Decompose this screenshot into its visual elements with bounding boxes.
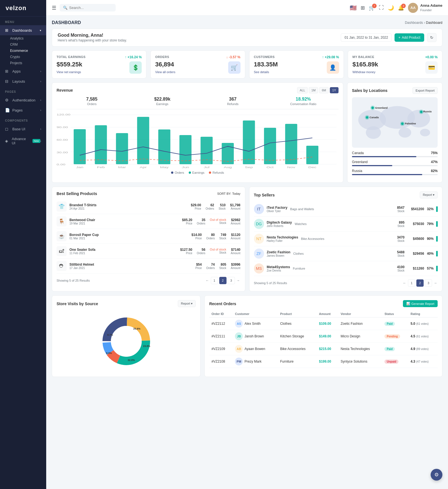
- donut-chart-container: 25.6% 23.8% 32.0% 8.9% 8.7%: [57, 310, 196, 372]
- product-info: Bentwood Chair 19 Mar 2021: [69, 218, 179, 225]
- product-image: ☕: [57, 231, 67, 241]
- sidebar-sub-crypto[interactable]: Crypto: [0, 54, 46, 60]
- revenue-tabs: ALL 1M 6M 1Y: [297, 87, 339, 93]
- report-icon: 📊: [406, 302, 410, 305]
- svg-text:Russia: Russia: [423, 110, 432, 113]
- chevron-down-icon: ▾: [40, 29, 41, 32]
- prev-page-button[interactable]: ←: [402, 281, 407, 285]
- search-input[interactable]: [69, 6, 106, 10]
- sidebar-sub-projects[interactable]: Projects: [0, 60, 46, 66]
- welcome-text: Good Morning, Anna! Here's what's happen…: [58, 33, 127, 42]
- page-1-button[interactable]: 1: [211, 277, 218, 284]
- plus-icon: +: [398, 36, 400, 40]
- tab-1y[interactable]: 1Y: [330, 87, 339, 93]
- pagination-text: Showing 5 of 25 Results: [57, 279, 90, 282]
- grid-icon[interactable]: ⊞: [361, 5, 365, 11]
- sidebar-item-dashboards[interactable]: ⊞ Dashboards ▾: [0, 25, 46, 35]
- welcome-actions: 01 Jan, 2022 to 31 Jan, 2022 + Add Produ…: [341, 33, 437, 42]
- sidebar-item-pages[interactable]: 📄 Pages ›: [0, 105, 46, 115]
- user-menu[interactable]: AA Anna Adame Founder: [408, 3, 442, 13]
- flag-icon[interactable]: 🇺🇸: [350, 4, 357, 11]
- legend-orders: Orders: [171, 171, 184, 174]
- svg-text:8.7%: 8.7%: [107, 333, 113, 336]
- stat-change: +0.00 %: [425, 55, 438, 59]
- mid-row: Revenue ALL 1M 6M 1Y 7,585 Orders $22.89…: [52, 82, 442, 183]
- stat-link[interactable]: View all orders: [155, 70, 240, 74]
- prev-page-button[interactable]: ←: [205, 279, 210, 282]
- base-ui-icon: ◻: [5, 127, 10, 131]
- sidebar-logo: velzon: [0, 0, 46, 17]
- svg-text:Jan: Jan: [76, 166, 83, 169]
- seller-avatar: MS: [254, 263, 264, 274]
- page-3-button[interactable]: 3: [425, 279, 432, 287]
- location-canada: Canada 75%: [352, 151, 438, 157]
- stat-link[interactable]: View net earnings: [57, 70, 142, 74]
- tab-all[interactable]: ALL: [297, 87, 308, 93]
- status-badge: Paid: [384, 347, 395, 351]
- theme-icon[interactable]: 🌙: [388, 5, 394, 11]
- page-1-button[interactable]: 1: [408, 279, 415, 287]
- svg-point-45: [419, 110, 423, 114]
- seller-pct: 57% ▐: [427, 266, 438, 271]
- tab-6m[interactable]: 6M: [319, 87, 328, 93]
- fullscreen-icon[interactable]: ⛶: [379, 5, 384, 11]
- chart-legend: Orders Earnings Refunds: [57, 171, 339, 174]
- customer-cell: AB Ayaan Bowen: [235, 345, 276, 353]
- sidebar-item-base-ui[interactable]: ◻ Base UI ›: [0, 124, 46, 134]
- cart-icon-wrapper[interactable]: 🛒 7: [369, 5, 375, 11]
- location-title: Sales by Locations: [352, 88, 388, 93]
- next-page-button[interactable]: →: [433, 281, 438, 285]
- page-header: DASHBOARD Dashboards › Dashboard: [52, 20, 442, 25]
- customer-avatar: JB: [235, 332, 243, 340]
- sidebar-sub-crm[interactable]: CRM: [0, 41, 46, 48]
- sidebar-item-apps[interactable]: ⊞ Apps ›: [0, 66, 46, 76]
- sidebar-item-advance-ui[interactable]: ◈ Advance UI New ›: [0, 134, 46, 148]
- next-page-button[interactable]: →: [236, 279, 241, 282]
- notification-icon-wrapper[interactable]: 🔔 3: [398, 5, 404, 11]
- stat-link[interactable]: See details: [254, 70, 339, 74]
- svg-text:8.9%: 8.9%: [106, 352, 112, 354]
- svg-text:Jul: Jul: [204, 166, 210, 169]
- generate-report-button[interactable]: 📊 Generate Report: [403, 300, 438, 307]
- sidebar-sub-ecommerce[interactable]: Ecommerce: [0, 48, 46, 54]
- sidebar-item-label: Layouts: [12, 79, 25, 84]
- customer-cell: AS Alex Smith: [235, 320, 276, 328]
- product-row: ⛑ Stillbird Helmet 17 Jan 2021 $54Price …: [57, 259, 241, 274]
- page-2-button[interactable]: 2: [416, 279, 424, 287]
- col-vendor: Vendor: [339, 310, 382, 317]
- app-name: velzon: [6, 4, 26, 11]
- tab-1m[interactable]: 1M: [309, 87, 318, 93]
- recent-orders-title: Recent Orders: [209, 302, 236, 306]
- sidebar-sub-analytics[interactable]: Analytics: [0, 35, 46, 41]
- store-visits-report-button[interactable]: Report ▾: [178, 300, 196, 307]
- hamburger-icon[interactable]: ☰: [52, 5, 56, 11]
- refresh-button[interactable]: ↻: [427, 33, 437, 42]
- svg-text:Aug: Aug: [224, 166, 232, 169]
- progress-bar-canada: [352, 156, 438, 157]
- report-button[interactable]: Report ▾: [420, 191, 438, 198]
- dashboards-icon: ⊞: [5, 28, 10, 33]
- order-row: #VZ2108 PM Prezy Mark Furniture $199.00 …: [209, 355, 438, 368]
- page-2-button[interactable]: 2: [219, 277, 227, 284]
- settings-fab[interactable]: ⚙: [431, 469, 442, 481]
- svg-rect-20: [285, 124, 297, 164]
- orders-table-header: Order ID Customer Product Amount Vendor …: [209, 310, 438, 317]
- stat-link[interactable]: Withdraw money: [353, 70, 438, 74]
- sidebar-item-authentication[interactable]: ⚙ Authentication ›: [0, 95, 46, 105]
- sidebar: velzon MENU ⊞ Dashboards ▾ Analytics CRM…: [0, 0, 46, 489]
- svg-point-36: [366, 126, 381, 139]
- add-product-button[interactable]: + Add Product: [395, 33, 424, 42]
- product-image: ⛑: [57, 261, 67, 271]
- svg-point-51: [400, 121, 405, 126]
- seller-row: NT Nesta Technologies Harley Fuller Bike…: [254, 231, 438, 246]
- date-range-picker[interactable]: 01 Jan, 2022 to 31 Jan, 2022: [341, 33, 391, 42]
- stat-change: ↑ +29.08 %: [322, 55, 339, 59]
- seller-pct: 32% ▐: [427, 207, 438, 212]
- svg-text:60.00: 60.00: [57, 138, 68, 141]
- seller-avatar: NT: [254, 234, 264, 244]
- sidebar-item-layouts[interactable]: ⊟ Layouts ›: [0, 76, 46, 86]
- export-report-button[interactable]: Export Report: [412, 87, 438, 94]
- svg-text:May: May: [160, 166, 169, 169]
- product-meta: $14.00Price 80Orders 749Stock $1120Amoun…: [192, 233, 241, 240]
- page-3-button[interactable]: 3: [228, 277, 235, 284]
